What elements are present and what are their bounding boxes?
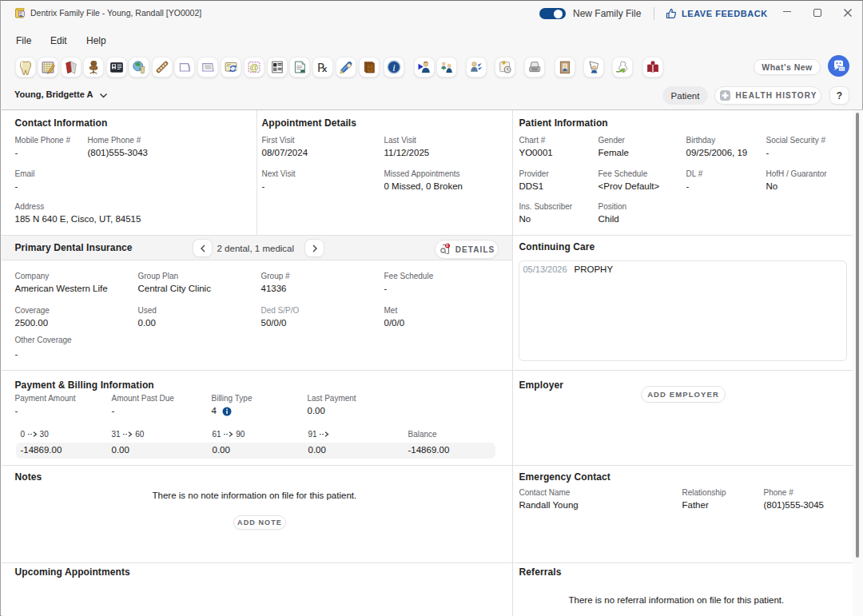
svg-text:℞: ℞ [317,62,328,74]
svg-text:@: @ [249,62,258,72]
svg-text:i: i [392,62,396,74]
svg-text:0: 0 [446,244,449,248]
